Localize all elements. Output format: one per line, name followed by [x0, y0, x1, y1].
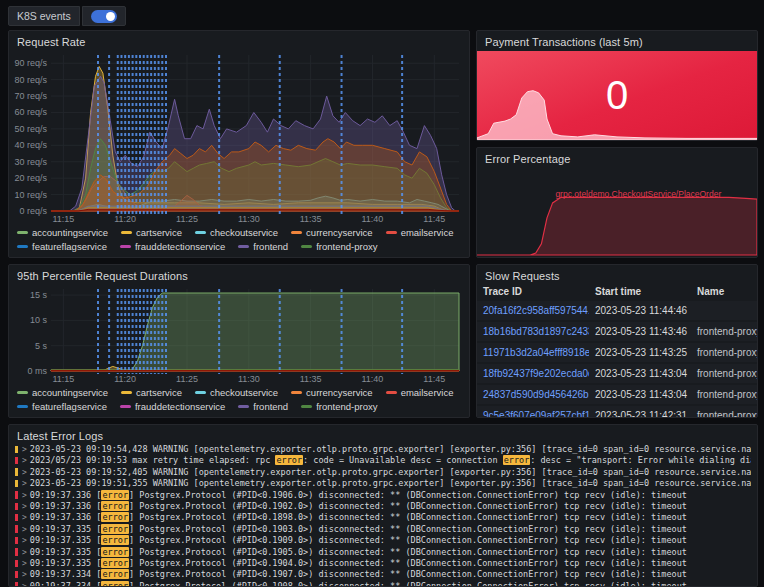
log-expand-icon[interactable]: > [22, 502, 27, 511]
log-line[interactable]: >2023/05/23 09:19:53 max retry time elap… [15, 455, 751, 466]
svg-text:11:40: 11:40 [362, 214, 384, 224]
log-expand-icon[interactable]: > [22, 445, 27, 454]
legend-swatch-icon [238, 245, 249, 248]
legend-item-quoteservice[interactable]: quoteservice [232, 414, 301, 418]
legend-item-shippingservice[interactable]: shippingservice [314, 414, 394, 418]
log-line[interactable]: >09:19:37.336 [error] Postgrex.Protocol … [15, 512, 751, 523]
legend-item-paymentservice[interactable]: paymentservice [17, 254, 99, 258]
request-rate-legend: accountingservicecartservicecheckoutserv… [9, 225, 469, 258]
legend-item-frontend[interactable]: frontend [238, 240, 288, 253]
log-line[interactable]: >09:19:37.335 [error] Postgrex.Protocol … [15, 524, 751, 535]
log-highlight: error [503, 455, 531, 465]
log-expand-icon[interactable]: > [22, 513, 27, 522]
start-time-cell: 2023-05-23 11:44:46 [589, 301, 691, 321]
log-highlight: error [101, 512, 129, 522]
trace-id-link[interactable]: 9c5e3f607e09af257cbf1... [477, 405, 589, 418]
log-level-bar-icon [15, 468, 18, 476]
log-level-bar-icon [15, 582, 18, 587]
log-line[interactable]: >2023-05-23 09:19:51,355 WARNING [opente… [15, 478, 751, 489]
legend-item-currencyservice[interactable]: currencyservice [291, 226, 373, 239]
k8s-events-toggle[interactable] [82, 6, 126, 26]
log-expand-icon[interactable]: > [22, 468, 27, 477]
log-line[interactable]: >09:19:37.336 [error] Postgrex.Protocol … [15, 501, 751, 512]
log-line[interactable]: >2023-05-23 09:19:54,428 WARNING [opente… [15, 444, 751, 455]
span-name-cell: frontend-proxy in. [691, 363, 757, 384]
legend-item-quoteservice[interactable]: quoteservice [232, 254, 301, 258]
svg-text:0 ms: 0 ms [27, 366, 47, 376]
legend-item-frontend[interactable]: frontend [238, 400, 288, 413]
log-highlight: error [101, 524, 129, 534]
request-rate-chart[interactable]: 0 req/s10 req/s20 req/s30 req/s40 req/s5… [13, 49, 465, 225]
durations-chart[interactable]: 0 ms5 s10 s15 s11:1511:2011:2511:3011:35… [13, 283, 465, 385]
log-level-bar-icon [15, 560, 18, 568]
log-line[interactable]: >09:19:37.335 [error] Postgrex.Protocol … [15, 535, 751, 546]
log-line[interactable]: >09:19:37.336 [error] Postgrex.Protocol … [15, 490, 751, 501]
legend-label: quoteservice [247, 414, 301, 418]
start-time-cell: 2023-05-23 11:43:25 [589, 342, 691, 363]
start-time-cell: 2023-05-23 11:43:46 [589, 321, 691, 342]
log-expand-icon[interactable]: > [22, 525, 27, 534]
log-line[interactable]: >09:19:37.334 [error] Postgrex.Protocol … [15, 569, 751, 580]
log-level-bar-icon [15, 457, 18, 465]
legend-item-frauddetectionservice[interactable]: frauddetectionservice [120, 400, 225, 413]
legend-item-frauddetectionservice[interactable]: frauddetectionservice [120, 240, 225, 253]
trace-id-link[interactable]: 11971b3d2a04efff8918ec... [477, 342, 589, 363]
log-expand-icon[interactable]: > [22, 570, 27, 579]
legend-item-featureflagservice[interactable]: featureflagservice [17, 240, 107, 253]
legend-item-productcatalogservice[interactable]: productcatalogservice [112, 254, 219, 258]
legend-item-frontend-proxy[interactable]: frontend-proxy [301, 240, 377, 253]
legend-item-checkoutservice[interactable]: checkoutservice [195, 226, 278, 239]
legend-swatch-icon [195, 391, 206, 394]
log-expand-icon[interactable]: > [22, 559, 27, 568]
panel-title-logs: Latest Error Logs [9, 425, 757, 443]
trace-id-link[interactable]: 24837d590d9d456426b... [477, 384, 589, 405]
log-level-bar-icon [15, 548, 18, 556]
column-header-start-time[interactable]: Start time [589, 283, 691, 301]
table-row: 18fb92437f9e202ecda0c...2023-05-23 11:43… [477, 363, 757, 384]
trace-id-link[interactable]: 18fb92437f9e202ecda0c... [477, 363, 589, 384]
log-highlight: error [101, 535, 129, 545]
legend-item-emailservice[interactable]: emailservice [386, 386, 454, 399]
column-header-name[interactable]: Name [691, 283, 757, 301]
legend-swatch-icon [386, 391, 397, 394]
log-expand-icon[interactable]: > [22, 491, 27, 500]
legend-item-shippingservice[interactable]: shippingservice [314, 254, 394, 258]
legend-label: emailservice [401, 226, 454, 239]
legend-label: checkoutservice [210, 386, 278, 399]
log-expand-icon[interactable]: > [22, 582, 27, 587]
error-series-label: grpc.oteldemo.CheckoutService/PlaceOrder [555, 189, 721, 199]
svg-text:11:25: 11:25 [176, 214, 198, 224]
column-header-trace-id[interactable]: Trace ID [477, 283, 589, 301]
panel-durations: 95th Percentile Request Durations 0 ms5 … [8, 264, 470, 418]
log-expand-icon[interactable]: > [22, 479, 27, 488]
legend-item-cartservice[interactable]: cartservice [121, 386, 182, 399]
svg-text:0 req/s: 0 req/s [19, 206, 47, 216]
trace-id-link[interactable]: 20fa16f2c958aff597544... [477, 301, 589, 321]
legend-item-frontend-proxy[interactable]: frontend-proxy [301, 400, 377, 413]
legend-item-paymentservice[interactable]: paymentservice [17, 414, 99, 418]
log-line[interactable]: >09:19:37.335 [error] Postgrex.Protocol … [15, 547, 751, 558]
legend-item-accountingservice[interactable]: accountingservice [17, 386, 108, 399]
error-percentage-chart[interactable]: grpc.oteldemo.CheckoutService/PlaceOrder [477, 166, 757, 258]
panel-title-request-rate: Request Rate [9, 31, 469, 49]
log-expand-icon[interactable]: > [22, 456, 27, 465]
log-line[interactable]: >09:19:37.335 [error] Postgrex.Protocol … [15, 558, 751, 569]
log-line[interactable]: >09:19:37.334 [error] Postgrex.Protocol … [15, 581, 751, 587]
span-name-cell: frontend-proxy in. [691, 384, 757, 405]
legend-item-accountingservice[interactable]: accountingservice [17, 226, 108, 239]
log-expand-icon[interactable]: > [22, 536, 27, 545]
svg-text:11:20: 11:20 [114, 374, 136, 384]
legend-item-productcatalogservice[interactable]: productcatalogservice [112, 414, 219, 418]
legend-item-currencyservice[interactable]: currencyservice [291, 386, 373, 399]
legend-item-cartservice[interactable]: cartservice [121, 226, 182, 239]
log-expand-icon[interactable]: > [22, 548, 27, 557]
legend-label: frauddetectionservice [135, 240, 225, 253]
legend-label: featureflagservice [32, 240, 107, 253]
log-highlight: error [101, 558, 129, 568]
trace-id-link[interactable]: 18b16bd783d1897c2433... [477, 321, 589, 342]
durations-legend: accountingservicecartservicecheckoutserv… [9, 385, 469, 418]
legend-item-checkoutservice[interactable]: checkoutservice [195, 386, 278, 399]
legend-item-featureflagservice[interactable]: featureflagservice [17, 400, 107, 413]
log-line[interactable]: >2023-05-23 09:19:52,405 WARNING [opente… [15, 467, 751, 478]
legend-item-emailservice[interactable]: emailservice [386, 226, 454, 239]
